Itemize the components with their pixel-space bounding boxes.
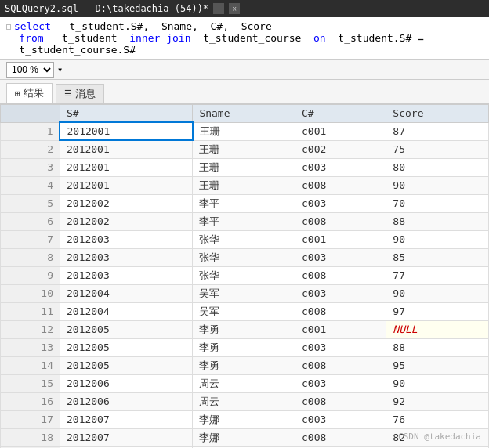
tab-messages[interactable]: ☰ 消息 — [56, 84, 104, 103]
cell-4: 88 — [386, 338, 489, 356]
cell-4: 76 — [386, 410, 489, 428]
table-row[interactable]: 132012005李勇c00388 — [1, 338, 489, 356]
minimize-button[interactable]: − — [213, 3, 224, 14]
col-sname: Sname — [193, 105, 295, 123]
cell-2: 周云 — [193, 392, 295, 410]
table-row[interactable]: 52012002李平c00370 — [1, 194, 489, 212]
cell-4: 92 — [386, 392, 489, 410]
cell-3: c008 — [295, 266, 386, 284]
cell-1: 2012006 — [60, 374, 192, 392]
cell-1: 2012002 — [60, 194, 192, 212]
cell-4: 70 — [386, 194, 489, 212]
sql-text-1: select t_student.S#, Sname, C#, Score — [14, 20, 272, 32]
cell-3: c008 — [295, 392, 386, 410]
table-row[interactable]: 142012005李勇c00895 — [1, 356, 489, 374]
row-num: 2 — [1, 140, 60, 158]
cell-3: c008 — [295, 428, 386, 446]
row-num: 7 — [1, 230, 60, 248]
row-num: 14 — [1, 356, 60, 374]
row-num: 9 — [1, 266, 60, 284]
table-row[interactable]: 152012006周云c00390 — [1, 374, 489, 392]
cell-3: c001 — [295, 122, 386, 140]
cell-1: 2012005 — [60, 338, 192, 356]
cell-2: 张华 — [193, 266, 295, 284]
row-num: 6 — [1, 212, 60, 230]
row-num: 16 — [1, 392, 60, 410]
cell-1: 2012001 — [60, 122, 192, 140]
cell-1: 2012005 — [60, 320, 192, 338]
row-num: 13 — [1, 338, 60, 356]
title-bar-text: SQLQuery2.sql - D:\takedachia (54))* — [5, 3, 208, 14]
table-row[interactable]: 32012001王珊c00380 — [1, 158, 489, 176]
table-row[interactable]: 42012001王珊c00890 — [1, 176, 489, 194]
results-table: S# Sname C# Score 12012001王珊c00187220120… — [0, 104, 489, 448]
table-row[interactable]: 102012004吴军c00390 — [1, 284, 489, 302]
tab-results-label: 结果 — [24, 86, 44, 100]
sql-editor[interactable]: □ select t_student.S#, Sname, C#, Score … — [0, 17, 489, 60]
cell-4: 90 — [386, 284, 489, 302]
col-cnum: C# — [295, 105, 386, 123]
cell-4: 88 — [386, 212, 489, 230]
cell-4: 90 — [386, 374, 489, 392]
cell-4: 95 — [386, 356, 489, 374]
cell-1: 2012003 — [60, 266, 192, 284]
row-num: 10 — [1, 284, 60, 302]
table-row[interactable]: 82012003张华c00385 — [1, 248, 489, 266]
cell-2: 张华 — [193, 230, 295, 248]
zoom-select[interactable]: 100 % — [6, 62, 54, 78]
col-score: Score — [386, 105, 489, 123]
zoom-dropdown-icon: ▾ — [57, 64, 63, 75]
cell-3: c008 — [295, 356, 386, 374]
row-num: 5 — [1, 194, 60, 212]
collapse-icon: □ — [6, 22, 11, 31]
cell-2: 王珊 — [193, 122, 295, 140]
cell-4: 77 — [386, 266, 489, 284]
cell-4: 87 — [386, 122, 489, 140]
table-row[interactable]: 92012003张华c00877 — [1, 266, 489, 284]
tab-results[interactable]: ⊞ 结果 — [6, 83, 53, 103]
cell-3: c003 — [295, 338, 386, 356]
cell-1: 2012002 — [60, 212, 192, 230]
cell-3: c008 — [295, 302, 386, 320]
toolbar: 100 % ▾ — [0, 60, 489, 80]
row-num: 11 — [1, 302, 60, 320]
table-row[interactable]: 12012001王珊c00187 — [1, 122, 489, 140]
table-row[interactable]: 72012003张华c00190 — [1, 230, 489, 248]
messages-icon: ☰ — [64, 89, 72, 99]
cell-3: c003 — [295, 194, 386, 212]
tabs-bar: ⊞ 结果 ☰ 消息 — [0, 80, 489, 104]
table-row[interactable]: 112012004吴军c00897 — [1, 302, 489, 320]
cell-3: c003 — [295, 374, 386, 392]
cell-4: 85 — [386, 248, 489, 266]
cell-2: 王珊 — [193, 176, 295, 194]
results-container: S# Sname C# Score 12012001王珊c00187220120… — [0, 104, 489, 448]
cell-3: c001 — [295, 230, 386, 248]
table-row[interactable]: 122012005李勇c001NULL — [1, 320, 489, 338]
row-num: 4 — [1, 176, 60, 194]
cell-2: 王珊 — [193, 158, 295, 176]
row-num: 1 — [1, 122, 60, 140]
cell-3: c008 — [295, 176, 386, 194]
cell-2: 吴军 — [193, 284, 295, 302]
cell-2: 王珊 — [193, 140, 295, 158]
cell-2: 李平 — [193, 194, 295, 212]
cell-2: 李勇 — [193, 320, 295, 338]
cell-2: 张华 — [193, 248, 295, 266]
table-row[interactable]: 162012006周云c00892 — [1, 392, 489, 410]
cell-2: 李平 — [193, 212, 295, 230]
cell-1: 2012001 — [60, 176, 192, 194]
row-num: 18 — [1, 428, 60, 446]
table-row[interactable]: 22012001王珊c00275 — [1, 140, 489, 158]
col-rownum — [1, 105, 60, 123]
table-row[interactable]: 62012002李平c00888 — [1, 212, 489, 230]
title-bar: SQLQuery2.sql - D:\takedachia (54))* − × — [0, 0, 489, 17]
cell-3: c003 — [295, 158, 386, 176]
cell-3: c002 — [295, 140, 386, 158]
cell-1: 2012003 — [60, 248, 192, 266]
close-button[interactable]: × — [229, 3, 240, 14]
table-row[interactable]: 172012007李娜c00376 — [1, 410, 489, 428]
sql-line-1: □ select t_student.S#, Sname, C#, Score — [6, 20, 483, 32]
results-icon: ⊞ — [15, 89, 20, 99]
sql-line-2: from t_student inner join t_student_cour… — [6, 32, 483, 56]
row-num: 3 — [1, 158, 60, 176]
